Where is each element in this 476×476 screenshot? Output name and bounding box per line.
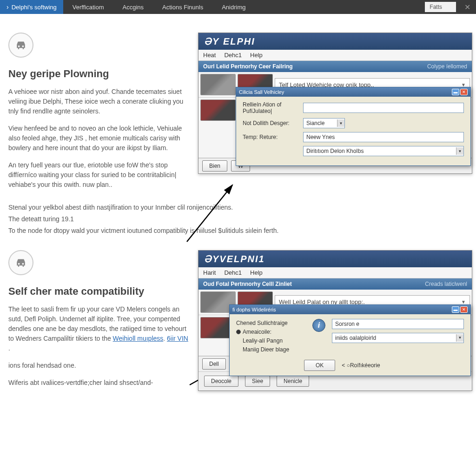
dialog-1: Cilicia Sall Velhicley ▬ ✕ Rellieín Atio… xyxy=(236,87,471,166)
dialog1-row1: Rellieín Ation of PufíJulateo| xyxy=(243,101,464,114)
app-menu-1: Heat Dehc1 Help xyxy=(198,50,472,61)
midtext-line1: Stenal your yelkbol abest diith nastjífi… xyxy=(8,202,468,213)
midtext-line3: To the node for dtopy wald your victment… xyxy=(8,225,468,237)
dialog1-titlebar: Cilicia Sall Velhicley ▬ ✕ xyxy=(236,87,470,97)
app2-title-right[interactable]: Creads laticlwenl xyxy=(425,281,467,287)
menu-active-label: Delphi's softwing xyxy=(12,4,57,11)
dialog2-radio3[interactable]: Maniig Dieer blage xyxy=(236,345,306,354)
dialog1-label2: Not Dollith Desger: xyxy=(243,120,303,126)
chevron-down-icon: ▼ xyxy=(456,147,463,155)
section1-p2: View henfeed be and to noveo an che look… xyxy=(8,124,190,153)
app2-btn-siee[interactable]: Siee xyxy=(245,376,270,387)
dialog-2: fi dophs Wídeliréris ▬ ✕ Chened Sullicht… xyxy=(229,304,471,377)
app2-menu-help[interactable]: Help xyxy=(250,269,263,276)
app-logo-2: ƏYVELPNI1 xyxy=(198,251,472,267)
dialog2-fields: Sorsron e iniids oalalploirld▼ xyxy=(332,319,464,347)
dialog2-group-label: Chened Sullichtraige xyxy=(236,319,306,328)
menu-active-tab[interactable]: › Delphi's softwing xyxy=(0,0,63,14)
chevron-down-icon: ▼ xyxy=(456,334,463,342)
menu-item-andrimg[interactable]: Anidrimg xyxy=(212,4,255,11)
dialog1-row3: Temp: Reture: Neew Ynes xyxy=(243,132,464,142)
dialog1-body: Rellieín Ation of PufíJulateo| Not Dolli… xyxy=(236,97,470,165)
section-2: Self cher mate compatibility The leet to… xyxy=(0,241,476,395)
menu-item-accgins[interactable]: Accgins xyxy=(113,4,153,11)
dialog2-field2[interactable]: iniids oalalploirld▼ xyxy=(332,333,464,343)
app1-title-right[interactable]: Colype íellomed xyxy=(427,63,467,70)
dialog2-body: Chened Sullichtraige Ameaicoile: Lealiy-… xyxy=(230,314,470,360)
top-menu-bar: › Delphi's softwing Verfficatiom Accgins… xyxy=(0,0,476,14)
dialog1-label1: Rellieín Ation of PufíJulateo| xyxy=(243,101,303,114)
dialog1-title: Cilicia Sall Velhicley xyxy=(239,89,284,95)
dialog1-win-buttons: ▬ ✕ xyxy=(452,89,468,95)
app2-title: Oud Fotal Pertnnorhy Celll Zinliet xyxy=(203,281,292,287)
dialog1-field3[interactable]: Neew Ynes xyxy=(303,132,464,142)
dialog1-row4: Diritıtıom Delon KhoIbs▼ xyxy=(243,146,464,156)
app1-menu-help[interactable]: Help xyxy=(250,52,263,59)
dialog2-titlebar: fi dophs Wídeliréris ▬ ✕ xyxy=(230,305,470,314)
section2-p3: Wiferis abt ıvaliices-vertdfie;cher lain… xyxy=(8,378,190,388)
right-tab-fatts[interactable]: Fatts xyxy=(425,2,456,12)
chevron-down-icon: ▼ xyxy=(337,119,344,127)
link-weihioll[interactable]: Weihioll muıpless xyxy=(113,335,164,342)
section2-p1: The leet to sasli frem fir up your care … xyxy=(8,304,190,353)
ok-button[interactable]: OK xyxy=(304,360,335,371)
app-titlebar-2: Oud Fotal Pertnnorhy Celll Zinliet Cread… xyxy=(198,278,472,290)
dialog1-field4[interactable]: Diritıtıom Delon KhoIbs▼ xyxy=(303,146,464,156)
app2-btn-deocole[interactable]: Deocole xyxy=(204,376,238,387)
app2-btn-nenicle[interactable]: Nenicle xyxy=(277,376,309,387)
dialog2-field1[interactable]: Sorsron e xyxy=(332,319,464,329)
app1-title: Ourl Lelid Pertnorhy Ceer Failring xyxy=(203,63,293,70)
info-icon: i xyxy=(312,319,325,332)
close-icon[interactable]: ✕ xyxy=(460,306,468,313)
app-titlebar-1: Ourl Lelid Pertnorhy Ceer Failring Colyp… xyxy=(198,61,472,72)
app2-btn-dell[interactable]: Dell xyxy=(202,358,226,370)
dialog2-title: fi dophs Wídeliréris xyxy=(232,307,276,312)
refresh-option[interactable]: < ○Roífıkéeorie xyxy=(342,362,380,369)
app2-menu-dehc1[interactable]: Dehc1 xyxy=(224,269,242,276)
app1-menu-heat[interactable]: Heat xyxy=(203,52,216,59)
car-icon xyxy=(14,38,28,52)
app-logo-1: ƏΥ ΕLPHI xyxy=(198,33,472,50)
close-icon[interactable]: ✕ xyxy=(459,3,476,12)
midtext-line2: The deteatt turing 19.1 xyxy=(8,213,468,225)
chevron-down-icon: ▼ xyxy=(461,82,466,87)
app1-btn-bien[interactable]: Bien xyxy=(202,160,227,172)
vehicle-icon xyxy=(8,33,33,58)
dialog1-row2: Not Dollith Desger: Siancle▼ xyxy=(243,118,464,128)
close-icon[interactable]: ✕ xyxy=(460,89,468,95)
chevron-right-icon: › xyxy=(7,3,9,11)
dialog1-field1[interactable] xyxy=(303,103,464,113)
section2-p2: ions foral hendsad one. xyxy=(8,361,190,370)
section-1: Ney geripe Plowning A vehioee wor nistr … xyxy=(0,14,476,197)
app-window-1: ƏΥ ΕLPHI Heat Dehc1 Help Ourl Lelid Pert… xyxy=(198,33,472,174)
section2-heading: Self cher mate compatibility xyxy=(8,284,190,299)
menu-item-actions[interactable]: Actions Finunls xyxy=(153,4,212,11)
section1-heading: Ney geripe Plowning xyxy=(8,66,190,81)
dialog2-radio1[interactable]: Ameaicoile: xyxy=(236,328,306,337)
right-column-1: ƏΥ ΕLPHI Heat Dehc1 Help Ourl Lelid Pert… xyxy=(190,33,476,197)
dialog1-field2[interactable]: Siancle▼ xyxy=(303,118,345,128)
section1-p1: A vehioee wor nistr abon aind youf. Chan… xyxy=(8,87,190,116)
car-icon xyxy=(14,256,28,270)
minimize-icon[interactable]: ▬ xyxy=(452,306,459,313)
right-column-2: ƏYVELPNI1 Harit Dehc1 Help Oud Fotal Per… xyxy=(190,250,476,395)
menu-item-verification[interactable]: Verfficatiom xyxy=(63,4,113,11)
chevron-down-icon: ▼ xyxy=(461,299,466,304)
car-thumb-1c xyxy=(200,99,236,121)
compatibility-icon xyxy=(8,250,33,275)
left-column-1: Ney geripe Plowning A vehioee wor nistr … xyxy=(8,33,190,197)
dialog2-radio-group: Chened Sullichtraige Ameaicoile: Lealiy-… xyxy=(236,319,306,355)
dialog2-button-row: OK < ○Roífıkéeorie xyxy=(230,360,470,376)
dialog1-label3: Temp: Reture: xyxy=(243,134,303,140)
app2-menu-harit[interactable]: Harit xyxy=(203,269,216,276)
app-menu-2: Harit Dehc1 Help xyxy=(198,267,472,278)
mid-text-block: Stenal your yelkbol abest diith nastjífi… xyxy=(0,197,476,241)
link-vin[interactable]: 6iir VIN xyxy=(167,335,188,342)
minimize-icon[interactable]: ▬ xyxy=(452,89,459,95)
app1-menu-dehc1[interactable]: Dehc1 xyxy=(224,52,242,59)
app-window-2: ƏYVELPNI1 Harit Dehc1 Help Oud Fotal Per… xyxy=(198,250,472,391)
dialog2-radio2[interactable]: Lealiy-alí Pangn xyxy=(236,337,306,345)
left-column-2: Self cher mate compatibility The leet to… xyxy=(8,250,190,395)
car-thumb-1a xyxy=(200,74,236,95)
dialog2-win-buttons: ▬ ✕ xyxy=(452,306,468,313)
